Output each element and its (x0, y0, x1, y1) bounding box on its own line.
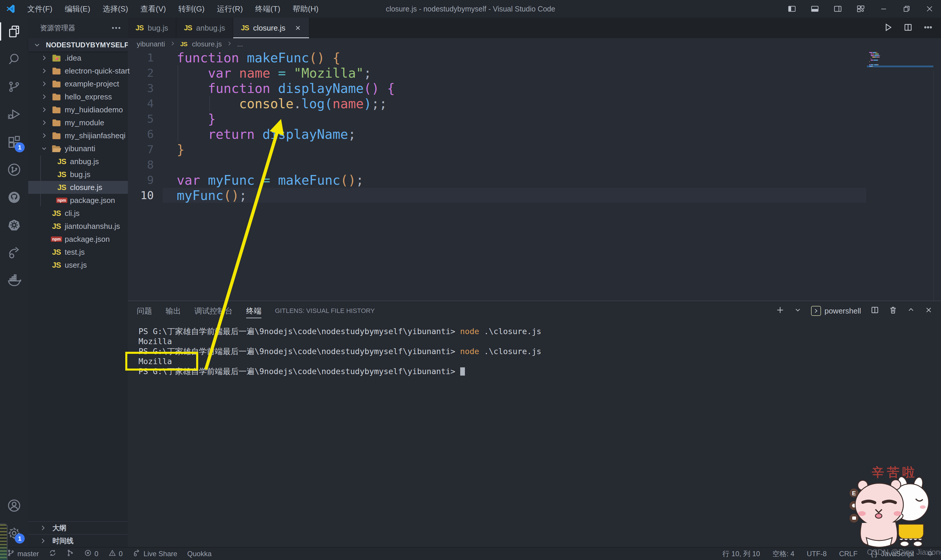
tree-item-example-project[interactable]: example-project (28, 77, 128, 90)
menu-item[interactable]: 查看(V) (134, 0, 172, 18)
status-item-0[interactable]: 0 (109, 549, 123, 558)
accounts-icon[interactable] (0, 492, 28, 519)
status-item-0[interactable]: 0 (84, 549, 98, 558)
terminal-selector[interactable]: powershell (811, 306, 861, 316)
live-share-icon[interactable] (0, 239, 28, 266)
sidebar-section-时间线[interactable]: 时间线 (28, 534, 128, 547)
gitlens-icon[interactable] (0, 156, 28, 183)
tree-item-my_module[interactable]: my_module (28, 116, 128, 129)
explorer-icon[interactable] (0, 18, 28, 45)
breadcrumb[interactable]: yibunanti JS closure.js ... (128, 38, 941, 50)
status-item-CRLF[interactable]: CRLF (839, 550, 858, 558)
menu-item[interactable]: 运行(R) (211, 0, 249, 18)
panel-tab-终端[interactable]: 终端 (246, 301, 261, 321)
toggle-sidebar-icon[interactable] (780, 0, 803, 18)
terminal-dropdown-icon[interactable] (794, 306, 802, 316)
maximize-panel-icon[interactable] (907, 306, 915, 316)
more-actions-icon[interactable] (923, 23, 933, 33)
menu-item[interactable]: 终端(T) (249, 0, 286, 18)
minimap[interactable] (867, 51, 933, 71)
tree-item-test.js[interactable]: JStest.js (28, 246, 128, 258)
status-item-sync[interactable] (49, 549, 57, 558)
restore-icon[interactable] (895, 0, 918, 18)
breadcrumb-folder[interactable]: yibunanti (137, 40, 165, 48)
chevron-right-icon (38, 129, 50, 142)
menu-item[interactable]: 文件(F) (21, 0, 58, 18)
npm-icon: npm (55, 198, 68, 203)
tree-item-bug.js[interactable]: JSbug.js (28, 168, 128, 181)
panel-tabs: 问题输出调试控制台终端GITLENS: VISUAL FILE HISTORY (137, 301, 375, 321)
panel-tab-GITLENS: VISUAL FILE HISTORY[interactable]: GITLENS: VISUAL FILE HISTORY (275, 301, 375, 321)
minimize-icon[interactable] (872, 0, 895, 18)
tree-item-package.json[interactable]: npmpackage.json (28, 233, 128, 246)
docker-icon[interactable] (0, 266, 28, 294)
tab-bug.js[interactable]: JSbug.js (128, 18, 177, 38)
folder-icon (50, 92, 63, 101)
split-editor-icon[interactable] (903, 23, 913, 33)
status-item-gitlens[interactable] (66, 549, 74, 558)
explorer-more-actions-icon[interactable] (112, 27, 120, 29)
tab-anbug.js[interactable]: JSanbug.js (177, 18, 234, 38)
toggle-panel-icon[interactable] (803, 0, 826, 18)
code-line: 10myFunc(); (128, 188, 941, 203)
status-liveshare-icon (132, 549, 141, 559)
menu-item[interactable]: 选择(S) (97, 0, 134, 18)
toggle-secondary-sidebar-icon[interactable] (826, 0, 849, 18)
tree-item-anbug.js[interactable]: JSanbug.js (28, 155, 128, 168)
new-terminal-icon[interactable] (776, 306, 784, 317)
tree-item-package.json[interactable]: npmpackage.json (28, 194, 128, 207)
project-root-row[interactable]: NODESTUDYBYMYSELF (28, 38, 128, 51)
code-text: return displayName; (163, 127, 356, 142)
js-icon: JS (55, 157, 68, 166)
status-item-空格: 4[interactable]: 空格: 4 (772, 549, 795, 558)
activity-bar: 1 1 (0, 18, 28, 547)
breadcrumb-symbol[interactable]: ... (237, 40, 243, 48)
source-control-icon[interactable] (0, 73, 28, 101)
editor-area: JSbug.jsJSanbug.jsJSclosure.js yibunanti… (128, 18, 941, 547)
tree-item-user.js[interactable]: JSuser.js (28, 258, 128, 271)
status-item-Live Share[interactable]: Live Share (132, 549, 177, 559)
status-item-UTF-8[interactable]: UTF-8 (807, 550, 827, 558)
menu-item[interactable]: 编辑(E) (58, 0, 97, 18)
tree-item-my_huidiaodemo[interactable]: my_huidiaodemo (28, 103, 128, 116)
panel-tab-调试控制台[interactable]: 调试控制台 (194, 301, 232, 321)
tree-item-my_shijianfasheqi[interactable]: my_shijianfasheqi (28, 129, 128, 142)
search-icon[interactable] (0, 45, 28, 73)
tab-closure.js[interactable]: JSclosure.js (233, 18, 309, 38)
tree-item-.idea[interactable]: .idea (28, 51, 128, 65)
status-item-Quokka[interactable]: Quokka (187, 550, 212, 558)
menu-item[interactable]: 转到(G) (172, 0, 211, 18)
breadcrumb-file[interactable]: closure.js (192, 40, 222, 48)
panel-tab-问题[interactable]: 问题 (137, 301, 152, 321)
terminal-output[interactable]: PS G:\丁家雄自学前端最后一遍\9nodejs\code\nodestudy… (128, 321, 941, 547)
folder-icon (50, 118, 63, 127)
kubernetes-icon[interactable] (0, 211, 28, 239)
sidebar-section-大纲[interactable]: 大纲 (28, 521, 128, 534)
close-window-icon[interactable] (918, 0, 941, 18)
github-icon[interactable] (0, 183, 28, 211)
tree-item-electron-quick-start[interactable]: electron-quick-start (28, 65, 128, 77)
code-editor[interactable]: 1function makeFunc() {2 var name = "Mozi… (128, 50, 941, 301)
tree-item-hello_express[interactable]: hello_express (28, 90, 128, 103)
tree-item-yibunanti[interactable]: yibunanti (28, 142, 128, 155)
close-panel-icon[interactable] (924, 306, 933, 316)
split-terminal-icon[interactable] (870, 306, 879, 317)
project-name: NODESTUDYBYMYSELF (46, 41, 129, 49)
extensions-icon[interactable]: 1 (0, 128, 28, 156)
status-item-master[interactable]: master (7, 549, 39, 558)
panel-tab-输出[interactable]: 输出 (166, 301, 181, 321)
menu-item[interactable]: 帮助(H) (286, 0, 324, 18)
status-item-行 10, 列 10[interactable]: 行 10, 列 10 (723, 549, 760, 558)
close-tab-icon[interactable] (294, 25, 301, 31)
tree-item-jiantouhanshu.js[interactable]: JSjiantouhanshu.js (28, 220, 128, 233)
run-file-icon[interactable] (883, 22, 893, 34)
customize-layout-icon[interactable] (849, 0, 872, 18)
tree-item-label: .idea (65, 54, 81, 63)
window-title: closure.js - nodestudybymyself - Visual … (386, 5, 555, 13)
js-icon: JS (50, 222, 63, 231)
tree-item-cli.js[interactable]: JScli.js (28, 207, 128, 220)
run-debug-icon[interactable] (0, 101, 28, 128)
kill-terminal-icon[interactable] (889, 306, 898, 317)
line-number: 4 (128, 97, 163, 110)
tree-item-closure.js[interactable]: JSclosure.js (28, 181, 128, 194)
